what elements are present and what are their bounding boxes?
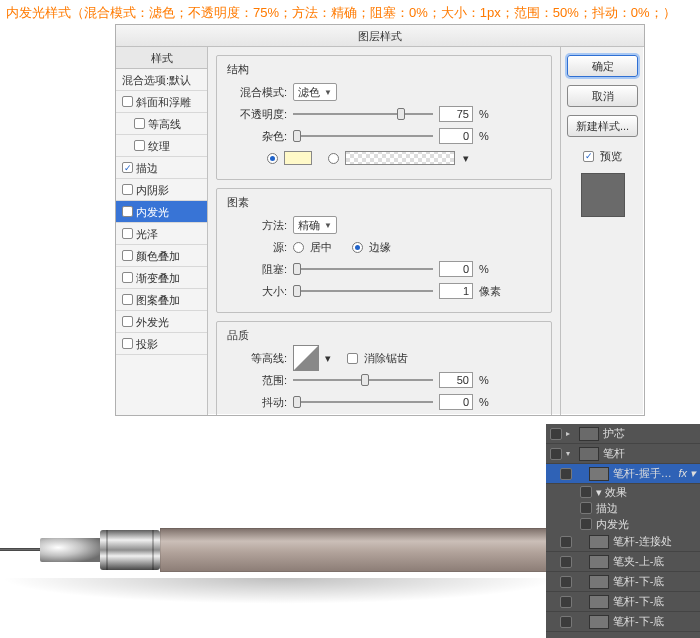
- cancel-button[interactable]: 取消: [567, 85, 638, 107]
- layer-folder[interactable]: ▸护芯: [546, 424, 700, 444]
- layer-effect[interactable]: 内发光: [546, 516, 700, 532]
- source-center-label: 居中: [310, 240, 332, 255]
- ok-button[interactable]: 确定: [567, 55, 638, 77]
- style-checkbox[interactable]: [122, 338, 133, 349]
- disclosure-icon[interactable]: ▸: [566, 429, 575, 438]
- layer-effect[interactable]: 描边: [546, 500, 700, 516]
- style-checkbox[interactable]: [122, 250, 133, 261]
- visibility-icon[interactable]: [580, 518, 592, 530]
- visibility-icon[interactable]: [580, 486, 592, 498]
- style-row-7[interactable]: 颜色叠加: [116, 245, 207, 267]
- fx-badge[interactable]: fx ▾: [678, 467, 696, 480]
- source-edge-label: 边缘: [369, 240, 391, 255]
- layer-row[interactable]: 笔夹-上-底: [546, 552, 700, 572]
- chevron-down-icon: ▼: [324, 88, 332, 97]
- style-row-11[interactable]: 投影: [116, 333, 207, 355]
- preview-swatch: [581, 173, 625, 217]
- color-radio[interactable]: [267, 153, 278, 164]
- preview-label: 预览: [600, 149, 622, 164]
- visibility-icon[interactable]: [560, 576, 572, 588]
- style-label: 渐变叠加: [136, 267, 180, 289]
- folder-icon: [579, 447, 599, 461]
- layer-row[interactable]: 笔杆-下-底: [546, 572, 700, 592]
- visibility-icon[interactable]: [550, 448, 562, 460]
- style-row-2[interactable]: 纹理: [116, 135, 207, 157]
- color-swatch[interactable]: [284, 151, 312, 165]
- style-row-0[interactable]: 斜面和浮雕: [116, 91, 207, 113]
- size-slider[interactable]: [293, 284, 433, 298]
- visibility-icon[interactable]: [560, 616, 572, 628]
- styles-header[interactable]: 样式: [116, 47, 207, 69]
- preview-checkbox[interactable]: ✓: [583, 151, 594, 162]
- layer-row[interactable]: 笔杆-下-底: [546, 612, 700, 632]
- antialias-label: 消除锯齿: [364, 351, 408, 366]
- style-checkbox[interactable]: [122, 228, 133, 239]
- noise-slider[interactable]: [293, 129, 433, 143]
- jitter-input[interactable]: 0: [439, 394, 473, 410]
- layer-row[interactable]: 笔杆-连接处: [546, 532, 700, 552]
- style-checkbox[interactable]: [122, 184, 133, 195]
- style-checkbox[interactable]: [122, 294, 133, 305]
- chevron-down-icon[interactable]: ▾: [325, 352, 331, 365]
- choke-input[interactable]: 0: [439, 261, 473, 277]
- method-label: 方法:: [227, 218, 287, 233]
- source-edge-radio[interactable]: [352, 242, 363, 253]
- pencil-illustration: [0, 514, 560, 586]
- range-slider[interactable]: [293, 373, 433, 387]
- opacity-slider[interactable]: [293, 107, 433, 121]
- style-checkbox[interactable]: [134, 118, 145, 129]
- visibility-icon[interactable]: [550, 428, 562, 440]
- visibility-icon[interactable]: [560, 536, 572, 548]
- layer-row[interactable]: 笔杆-下-底: [546, 592, 700, 612]
- jitter-slider[interactable]: [293, 395, 433, 409]
- layer-row[interactable]: 笔杆-握手-底fx ▾: [546, 464, 700, 484]
- opacity-input[interactable]: 75: [439, 106, 473, 122]
- style-checkbox[interactable]: [134, 140, 145, 151]
- style-checkbox[interactable]: [122, 316, 133, 327]
- noise-label: 杂色:: [227, 129, 287, 144]
- blend-mode-dropdown[interactable]: 滤色▼: [293, 83, 337, 101]
- chevron-down-icon[interactable]: ▾: [463, 152, 469, 165]
- style-row-10[interactable]: 外发光: [116, 311, 207, 333]
- range-input[interactable]: 50: [439, 372, 473, 388]
- visibility-icon[interactable]: [560, 468, 572, 480]
- layer-label: 笔杆-下-底: [613, 594, 696, 609]
- style-checkbox[interactable]: [122, 272, 133, 283]
- style-checkbox[interactable]: ✓: [122, 162, 133, 173]
- style-row-5[interactable]: ✓内发光: [116, 201, 207, 223]
- style-row-8[interactable]: 渐变叠加: [116, 267, 207, 289]
- style-row-1[interactable]: 等高线: [116, 113, 207, 135]
- dialog-right-column: 确定 取消 新建样式... ✓预览: [560, 47, 644, 416]
- layer-thumbnail: [589, 467, 609, 481]
- jitter-unit: %: [479, 396, 489, 408]
- style-checkbox[interactable]: ✓: [122, 206, 133, 217]
- blend-options-row[interactable]: 混合选项:默认: [116, 69, 207, 91]
- noise-input[interactable]: 0: [439, 128, 473, 144]
- gradient-swatch[interactable]: [345, 151, 455, 165]
- new-style-button[interactable]: 新建样式...: [567, 115, 638, 137]
- style-row-4[interactable]: 内阴影: [116, 179, 207, 201]
- antialias-checkbox[interactable]: [347, 353, 358, 364]
- style-label: 纹理: [148, 135, 170, 157]
- chevron-down-icon: ▼: [324, 221, 332, 230]
- disclosure-icon[interactable]: ▾: [566, 449, 575, 458]
- visibility-icon[interactable]: [560, 596, 572, 608]
- method-dropdown[interactable]: 精确▼: [293, 216, 337, 234]
- style-checkbox[interactable]: [122, 96, 133, 107]
- visibility-icon[interactable]: [580, 502, 592, 514]
- gradient-radio[interactable]: [328, 153, 339, 164]
- size-input[interactable]: 1: [439, 283, 473, 299]
- choke-slider[interactable]: [293, 262, 433, 276]
- caption-text: 内发光样式（混合模式：滤色；不透明度：75%；方法：精确；阻塞：0%；大小：1p…: [0, 0, 700, 24]
- style-row-6[interactable]: 光泽: [116, 223, 207, 245]
- layer-folder[interactable]: ▾笔杆: [546, 444, 700, 464]
- layer-effect[interactable]: ▾ 效果: [546, 484, 700, 500]
- opacity-unit: %: [479, 108, 489, 120]
- group-quality-title: 品质: [227, 328, 541, 343]
- range-label: 范围:: [227, 373, 287, 388]
- visibility-icon[interactable]: [560, 556, 572, 568]
- style-row-9[interactable]: 图案叠加: [116, 289, 207, 311]
- source-center-radio[interactable]: [293, 242, 304, 253]
- style-row-3[interactable]: ✓描边: [116, 157, 207, 179]
- contour-picker[interactable]: [293, 345, 319, 371]
